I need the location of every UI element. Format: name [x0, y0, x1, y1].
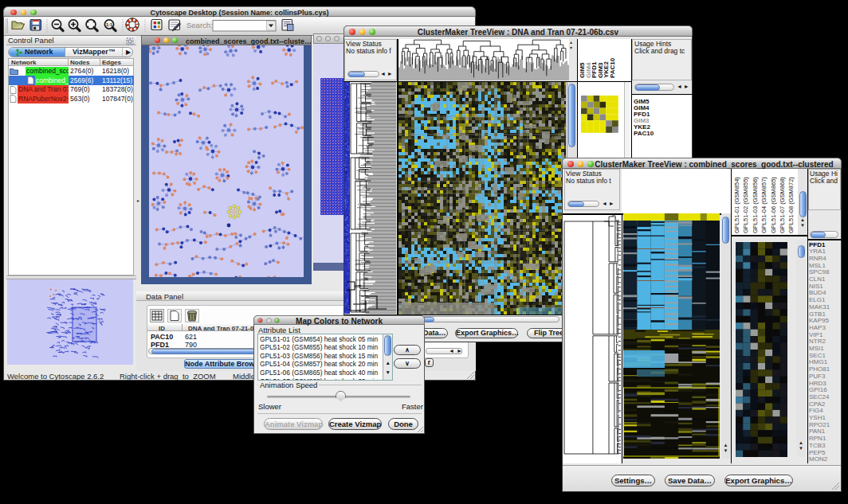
svg-text:1:1: 1:1: [106, 22, 112, 27]
svg-text:Search:: Search:: [186, 21, 213, 29]
